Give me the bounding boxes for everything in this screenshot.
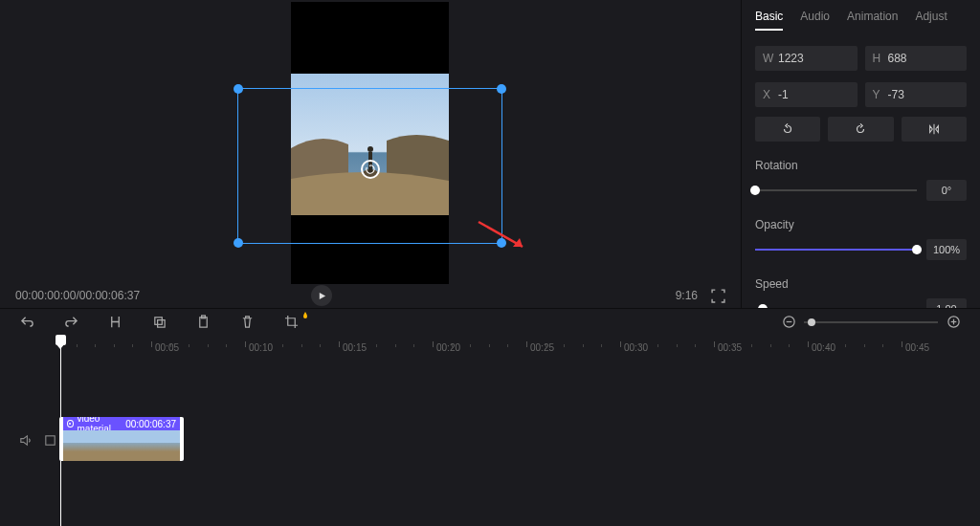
tab-audio[interactable]: Audio [800,10,830,31]
rotate-cw-button[interactable] [828,117,893,142]
annotation-arrow [475,218,534,254]
rotation-slider[interactable] [755,185,917,196]
fullscreen-icon[interactable] [711,289,725,303]
zoom-slider[interactable] [804,321,938,323]
speed-label: Speed [755,277,967,291]
zoom-in-button[interactable] [946,315,961,330]
undo-button[interactable] [19,315,34,330]
resize-handle-ne[interactable] [497,84,506,94]
timeline-toolbar [0,308,980,335]
resize-handle-nw[interactable] [234,84,243,94]
flip-horizontal-button[interactable] [902,117,967,142]
time-current: 00:00:00:00 [15,289,76,302]
split-button[interactable] [107,315,122,330]
video-clip[interactable]: video material 00:00:06:37 [59,417,184,461]
x-field[interactable]: X-1 [755,82,858,107]
rotate-ccw-button[interactable] [755,117,820,142]
timeline[interactable]: 00:0500:1000:1500:2000:2500:3000:3500:40… [0,335,980,526]
y-field[interactable]: Y-73 [865,82,968,107]
svg-rect-6 [154,318,162,325]
tab-basic[interactable]: Basic [755,10,783,31]
properties-panel: BasicAudioAnimationAdjust W1223 H688 X-1… [741,0,980,308]
clip-thumbnails [63,430,180,461]
preview-area: 00:00:00:00 / 00:00:06:37 9:16 [0,0,741,308]
resize-handle-sw[interactable] [234,238,243,248]
opacity-slider[interactable] [755,244,917,255]
crop-button[interactable] [283,315,299,330]
play-button[interactable] [311,285,332,306]
time-ruler[interactable]: 00:0500:1000:1500:2000:2500:3000:3500:40… [57,335,980,362]
zoom-out-button[interactable] [781,315,796,330]
opacity-value[interactable]: 100% [926,239,967,260]
width-field[interactable]: W1223 [755,46,858,71]
mute-track-button[interactable] [17,432,33,448]
keyframe-icon [67,420,74,427]
lock-track-button[interactable] [42,432,57,448]
svg-rect-15 [45,435,54,444]
time-total: 00:00:06:37 [79,289,140,302]
speed-slider[interactable] [755,303,917,308]
paste-button[interactable] [195,315,211,330]
height-field[interactable]: H688 [865,46,968,71]
copy-button[interactable] [151,315,167,330]
svg-rect-7 [157,320,165,328]
tab-animation[interactable]: Animation [847,10,898,31]
selection-bounding-box[interactable] [237,88,502,244]
opacity-label: Opacity [755,218,967,231]
delete-button[interactable] [239,315,255,330]
rotation-value[interactable]: 0° [926,180,967,201]
aspect-ratio[interactable]: 9:16 [676,289,698,302]
clip-duration: 00:00:06:37 [125,419,176,429]
redo-button[interactable] [63,315,78,330]
tab-adjust[interactable]: Adjust [915,10,947,31]
speed-value[interactable]: 1.00 [926,298,967,308]
rotation-label: Rotation [755,159,967,172]
premium-badge-icon [301,312,310,321]
